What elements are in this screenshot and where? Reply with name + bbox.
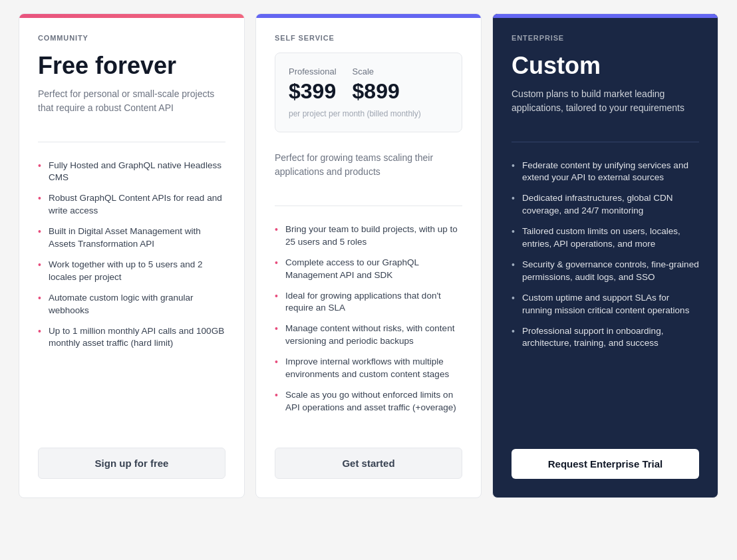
self-service-divider bbox=[275, 206, 462, 206]
self-service-card: SELF SERVICE Professional $399 Scale $89… bbox=[255, 13, 482, 498]
list-item: Up to 1 million monthly API calls and 10… bbox=[38, 321, 225, 354]
list-item: Tailored custom limits on users, locales… bbox=[512, 221, 699, 255]
community-label: COMMUNITY bbox=[38, 34, 225, 42]
enterprise-description: Custom plans to build market leading app… bbox=[512, 87, 699, 115]
professional-price: $399 bbox=[289, 79, 337, 104]
pricing-box: Professional $399 Scale $899 per project… bbox=[275, 53, 462, 132]
list-item: Complete access to our GraphQL Managemen… bbox=[275, 253, 462, 286]
pricing-period: per project per month (billed monthly) bbox=[289, 109, 448, 118]
list-item: Work together with up to 5 users and 2 l… bbox=[38, 255, 225, 288]
enterprise-cta-section: Request Enterprise Trial bbox=[493, 436, 718, 497]
enterprise-cta-button[interactable]: Request Enterprise Trial bbox=[512, 449, 699, 479]
community-features-list: Fully Hosted and GraphQL native Headless… bbox=[38, 156, 225, 418]
community-cta-section: Sign up for free bbox=[19, 434, 244, 497]
self-service-label: SELF SERVICE bbox=[275, 34, 462, 42]
scale-label: Scale bbox=[353, 67, 400, 76]
pricing-container: COMMUNITY Free forever Perfect for perso… bbox=[13, 13, 724, 498]
professional-label: Professional bbox=[289, 67, 337, 76]
list-item: Professional support in onboarding, arch… bbox=[512, 321, 699, 354]
list-item: Improve internal workflows with multiple… bbox=[275, 352, 462, 385]
scale-price: $899 bbox=[353, 79, 400, 104]
self-service-cta-section: Get started bbox=[256, 434, 481, 497]
pricing-tiers: Professional $399 Scale $899 bbox=[289, 67, 448, 104]
self-service-cta-button[interactable]: Get started bbox=[275, 448, 462, 479]
community-description: Perfect for personal or small-scale proj… bbox=[38, 87, 225, 115]
list-item: Fully Hosted and GraphQL native Headless… bbox=[38, 156, 225, 189]
list-item: Ideal for growing applications that don'… bbox=[275, 286, 462, 319]
professional-tier: Professional $399 bbox=[289, 67, 337, 104]
community-card: COMMUNITY Free forever Perfect for perso… bbox=[19, 13, 245, 498]
scale-tier: Scale $899 bbox=[353, 67, 400, 104]
enterprise-label: ENTERPRISE bbox=[512, 34, 699, 42]
list-item: Robust GraphQL Content APIs for read and… bbox=[38, 188, 225, 221]
enterprise-card: ENTERPRISE Custom Custom plans to build … bbox=[492, 13, 718, 498]
list-item: Bring your team to build projects, with … bbox=[275, 219, 462, 253]
list-item: Custom uptime and support SLAs for runni… bbox=[512, 288, 699, 321]
list-item: Built in Digital Asset Management with A… bbox=[38, 221, 225, 255]
community-divider bbox=[38, 142, 225, 142]
list-item: Manage content without risks, with conte… bbox=[275, 319, 462, 352]
enterprise-divider bbox=[512, 142, 699, 142]
list-item: Security & governance controls, fine-gra… bbox=[512, 255, 699, 288]
list-item: Dedicated infrastructures, global CDN co… bbox=[512, 188, 699, 221]
enterprise-features-list: Federate content by unifying services an… bbox=[512, 156, 699, 420]
community-cta-button[interactable]: Sign up for free bbox=[38, 448, 225, 479]
community-price-title: Free forever bbox=[38, 53, 225, 79]
list-item: Federate content by unifying services an… bbox=[512, 156, 699, 189]
enterprise-price-title: Custom bbox=[512, 53, 699, 79]
self-service-features-list: Bring your team to build projects, with … bbox=[275, 219, 462, 418]
list-item: Automate custom logic with granular webh… bbox=[38, 288, 225, 321]
list-item: Scale as you go without enforced limits … bbox=[275, 385, 462, 418]
self-service-description: Perfect for growing teams scaling their … bbox=[275, 151, 462, 179]
